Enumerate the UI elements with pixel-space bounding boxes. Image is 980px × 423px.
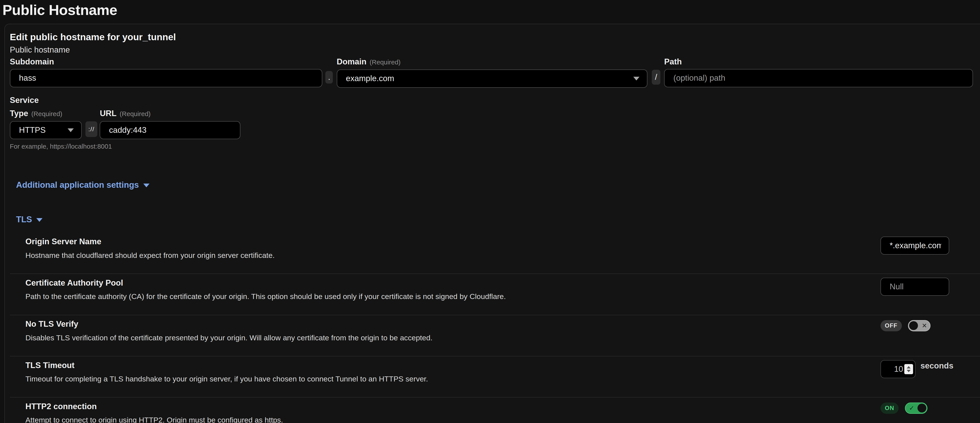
chevron-down-icon bbox=[907, 370, 911, 372]
setting-row-origin-server-name: Origin Server Name Hostname that cloudfl… bbox=[10, 233, 980, 274]
panel-heading: Edit public hostname for your_tunnel bbox=[10, 32, 980, 42]
no-tls-verify-toggle[interactable]: ✕ bbox=[908, 320, 931, 331]
tls-section-toggle[interactable]: TLS bbox=[16, 215, 43, 224]
toggle-knob bbox=[918, 404, 926, 412]
domain-required-hint: (Required) bbox=[369, 59, 401, 66]
service-url-input[interactable] bbox=[100, 121, 240, 139]
setting-description: Disables TLS verification of the certifi… bbox=[25, 334, 876, 341]
tls-timeout-input[interactable]: 10 bbox=[880, 360, 915, 378]
slash-separator: / bbox=[652, 70, 660, 85]
service-type-field-group: Type(Required) HTTPS bbox=[10, 109, 82, 139]
number-stepper[interactable] bbox=[904, 364, 913, 374]
service-type-select[interactable]: HTTPS bbox=[10, 121, 82, 139]
caret-down-icon bbox=[143, 184, 150, 187]
type-required-hint: (Required) bbox=[31, 110, 62, 117]
service-type-label: Type(Required) bbox=[10, 109, 82, 118]
tls-timeout-unit-label: seconds bbox=[920, 362, 953, 370]
additional-application-settings-toggle[interactable]: Additional application settings bbox=[16, 181, 150, 189]
x-icon: ✕ bbox=[922, 323, 927, 329]
setting-row-certificate-authority-pool: Certificate Authority Pool Path to the c… bbox=[10, 274, 980, 315]
setting-description: Path to the certificate authority (CA) f… bbox=[25, 293, 876, 300]
edit-hostname-panel: Edit public hostname for your_tunnel Pub… bbox=[5, 24, 980, 423]
caret-down-icon bbox=[36, 218, 43, 222]
setting-row-http2-connection: HTTP2 connection Attempt to connect to o… bbox=[10, 398, 980, 423]
domain-label: Domain(Required) bbox=[337, 58, 648, 67]
setting-description: Timeout for completing a TLS handshake t… bbox=[25, 375, 876, 383]
service-row: Type(Required) HTTPS :// URL(Required) bbox=[10, 109, 980, 139]
setting-row-tls-timeout: TLS Timeout Timeout for completing a TLS… bbox=[10, 356, 980, 398]
hostname-row: Subdomain . Domain(Required) example.com… bbox=[10, 58, 980, 87]
domain-select-value: example.com bbox=[346, 74, 394, 83]
domain-select[interactable]: example.com bbox=[337, 70, 648, 87]
toggle-state-badge: ON bbox=[880, 402, 899, 414]
url-required-hint: (Required) bbox=[119, 110, 151, 117]
tls-timeout-value: 10 bbox=[894, 364, 903, 374]
toggle-knob bbox=[909, 321, 918, 330]
setting-description: Hostname that cloudflared should expect … bbox=[25, 252, 876, 259]
path-label: Path bbox=[664, 58, 973, 66]
origin-server-name-input[interactable] bbox=[880, 236, 949, 255]
subdomain-input[interactable] bbox=[10, 69, 323, 87]
page-title: Public Hostname bbox=[0, 0, 980, 19]
toggle-state-badge: OFF bbox=[880, 320, 902, 331]
setting-title: Origin Server Name bbox=[25, 238, 876, 246]
check-icon: ✓ bbox=[909, 405, 915, 411]
setting-title: TLS Timeout bbox=[25, 361, 876, 369]
dot-separator: . bbox=[325, 71, 333, 84]
chevron-down-icon bbox=[633, 77, 640, 81]
setting-description: Attempt to connect to origin using HTTP2… bbox=[25, 416, 876, 423]
chevron-down-icon bbox=[68, 128, 74, 132]
service-type-value: HTTPS bbox=[19, 125, 46, 135]
service-url-field-group: URL(Required) bbox=[100, 109, 240, 139]
subdomain-field-group: Subdomain bbox=[10, 58, 323, 87]
certificate-authority-pool-input[interactable] bbox=[880, 278, 949, 296]
public-hostname-section-label: Public hostname bbox=[10, 46, 980, 54]
setting-row-no-tls-verify: No TLS Verify Disables TLS verification … bbox=[10, 315, 980, 356]
service-url-label: URL(Required) bbox=[100, 109, 240, 118]
service-section-label: Service bbox=[10, 96, 980, 105]
setting-title: Certificate Authority Pool bbox=[25, 279, 876, 287]
path-field-group: Path bbox=[664, 58, 973, 87]
chevron-up-icon bbox=[907, 366, 911, 369]
tls-settings-list: Origin Server Name Hostname that cloudfl… bbox=[10, 233, 980, 423]
scheme-separator: :// bbox=[86, 121, 97, 137]
domain-field-group: Domain(Required) example.com bbox=[337, 58, 648, 87]
http2-connection-toggle[interactable]: ✓ bbox=[905, 402, 928, 414]
subdomain-label: Subdomain bbox=[10, 58, 323, 66]
setting-title: No TLS Verify bbox=[25, 320, 876, 328]
url-helper-text: For example, https://localhost:8001 bbox=[10, 143, 980, 150]
path-input[interactable] bbox=[664, 69, 973, 87]
setting-title: HTTP2 connection bbox=[25, 402, 876, 411]
